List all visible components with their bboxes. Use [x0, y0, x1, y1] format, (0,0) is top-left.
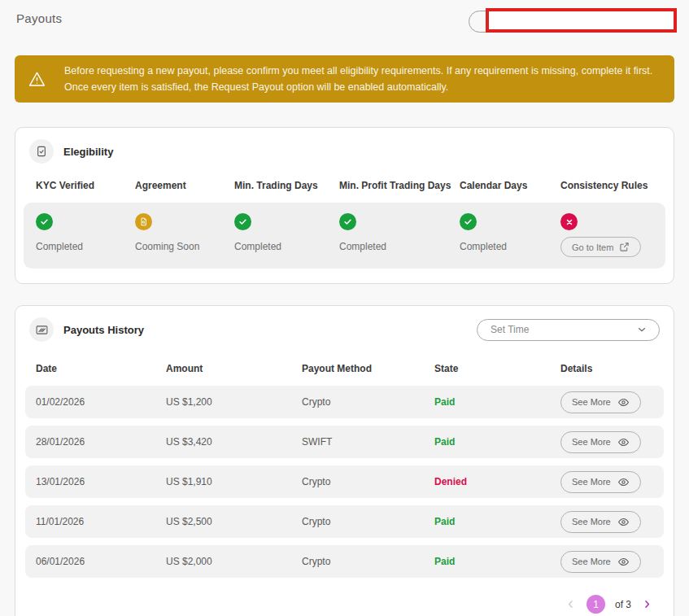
eligibility-col-min-profit-days: Min. Profit Trading Days — [339, 180, 460, 191]
table-row: 28/01/2026 US $3,420 SWIFT Paid See More — [25, 426, 664, 458]
x-circle-icon — [560, 213, 578, 230]
go-to-item-button[interactable]: Go to Item — [560, 237, 641, 257]
banknote-icon — [29, 317, 54, 342]
eligibility-status-agreement: Cooming Soon — [135, 213, 234, 257]
status-label: Completed — [36, 241, 83, 252]
see-more-button[interactable]: See More — [560, 391, 641, 413]
history-table-header: Date Amount Payout Method State Details — [15, 353, 674, 384]
see-more-label: See More — [572, 517, 611, 526]
status-badge: Denied — [434, 476, 560, 487]
see-more-button[interactable]: See More — [560, 431, 641, 453]
cell-amount: US $1,200 — [166, 396, 302, 408]
see-more-label: See More — [572, 397, 611, 407]
cell-date: 11/01/2026 — [36, 516, 166, 527]
status-badge: Paid — [434, 436, 560, 448]
go-to-item-label: Go to Item — [572, 242, 613, 252]
table-row: 01/02/2026 US $1,200 Crypto Paid See Mor… — [25, 386, 664, 418]
check-circle-icon — [234, 213, 251, 230]
history-rows: 01/02/2026 US $1,200 Crypto Paid See Mor… — [25, 386, 664, 578]
col-date: Date — [36, 363, 166, 374]
eye-icon — [617, 516, 630, 528]
eligibility-warning-banner: Before requesting a new payout, please c… — [15, 55, 674, 103]
cell-date: 01/02/2026 — [36, 396, 166, 408]
status-label: Completed — [339, 241, 386, 252]
eye-icon — [617, 476, 630, 488]
table-row: 06/01/2026 US $2,000 Crypto Paid See Mor… — [25, 545, 664, 578]
eligibility-col-consistency: Consistency Rules — [560, 180, 665, 191]
warning-text: Before requesting a new payout, please c… — [64, 63, 653, 95]
header-actions — [469, 8, 677, 34]
pagination: 1 of 3 — [15, 585, 674, 616]
status-badge: Paid — [434, 516, 560, 527]
eligibility-status-min-trading-days: Completed — [234, 213, 339, 257]
pagination-of-label: of 3 — [615, 599, 631, 610]
cell-amount: US $2,000 — [166, 556, 302, 567]
eligibility-columns: KYC Verified Agreement Min. Trading Days… — [15, 175, 674, 191]
see-more-button[interactable]: See More — [560, 551, 641, 573]
payouts-history-card: Payouts History Set Time Date Amount Pay… — [15, 305, 674, 616]
status-label: Completed — [460, 241, 507, 252]
check-circle-icon — [460, 213, 477, 230]
page-header: Payouts — [0, 0, 689, 39]
cell-method: SWIFT — [302, 436, 434, 448]
eligibility-col-kyc: KYC Verified — [36, 180, 135, 191]
cell-amount: US $1,910 — [166, 476, 302, 487]
eligibility-title: Elegibility — [63, 146, 113, 158]
cell-amount: US $3,420 — [166, 436, 302, 448]
see-more-label: See More — [572, 437, 611, 447]
cell-date: 06/01/2026 — [36, 556, 166, 567]
eye-icon — [617, 396, 630, 408]
see-more-button[interactable]: See More — [560, 471, 641, 493]
status-badge: Paid — [434, 556, 560, 567]
eligibility-card: Elegibility KYC Verified Agreement Min. … — [15, 127, 674, 284]
eye-icon — [617, 436, 630, 448]
document-check-icon — [29, 139, 54, 164]
set-time-dropdown[interactable]: Set Time — [477, 319, 660, 341]
eligibility-status-kyc: Completed — [36, 213, 135, 257]
page-title: Payouts — [16, 8, 62, 25]
eligibility-status-consistency: Go to Item — [560, 213, 665, 257]
cell-method: Crypto — [302, 476, 434, 487]
eligibility-status-calendar-days: Completed — [460, 213, 560, 257]
eligibility-col-min-trading-days: Min. Trading Days — [234, 180, 339, 191]
eligibility-card-header: Elegibility — [15, 128, 674, 175]
cell-date: 13/01/2026 — [36, 476, 166, 487]
chevron-right-icon[interactable] — [641, 598, 653, 610]
status-label: Completed — [234, 241, 281, 252]
col-method: Payout Method — [302, 363, 434, 374]
chevron-down-icon — [636, 324, 648, 335]
eligibility-col-agreement: Agreement — [135, 180, 234, 191]
cell-method: Crypto — [302, 396, 434, 408]
document-pending-icon — [135, 213, 152, 230]
status-badge: Paid — [434, 396, 560, 408]
history-title: Payouts History — [63, 324, 144, 336]
status-label: Cooming Soon — [135, 241, 199, 252]
set-time-label: Set Time — [491, 324, 529, 335]
history-card-header: Payouts History Set Time — [15, 306, 674, 353]
see-more-button[interactable]: See More — [560, 511, 641, 533]
see-more-label: See More — [572, 557, 611, 566]
col-amount: Amount — [166, 363, 302, 374]
cell-amount: US $2,500 — [166, 516, 302, 527]
cell-date: 28/01/2026 — [36, 436, 166, 448]
eye-icon — [617, 556, 630, 568]
eligibility-col-calendar-days: Calendar Days — [460, 180, 560, 191]
col-details: Details — [560, 363, 653, 374]
table-row: 13/01/2026 US $1,910 Crypto Denied See M… — [25, 465, 664, 498]
check-circle-icon — [339, 213, 356, 230]
eligibility-status-min-profit-days: Completed — [339, 213, 460, 257]
annotation-rectangle — [486, 8, 677, 33]
table-row: 11/01/2026 US $2,500 Crypto Paid See Mor… — [25, 505, 664, 538]
check-circle-icon — [36, 213, 53, 230]
eligibility-status-band: Completed Cooming Soon Completed Complet… — [24, 203, 665, 269]
cell-method: Crypto — [302, 556, 434, 567]
see-more-label: See More — [572, 477, 611, 487]
col-state: State — [434, 363, 560, 374]
pagination-current-page[interactable]: 1 — [587, 595, 605, 614]
external-link-icon — [619, 242, 630, 252]
cell-method: Crypto — [302, 516, 434, 527]
chevron-left-icon[interactable] — [565, 598, 577, 610]
warning-icon — [28, 70, 46, 89]
